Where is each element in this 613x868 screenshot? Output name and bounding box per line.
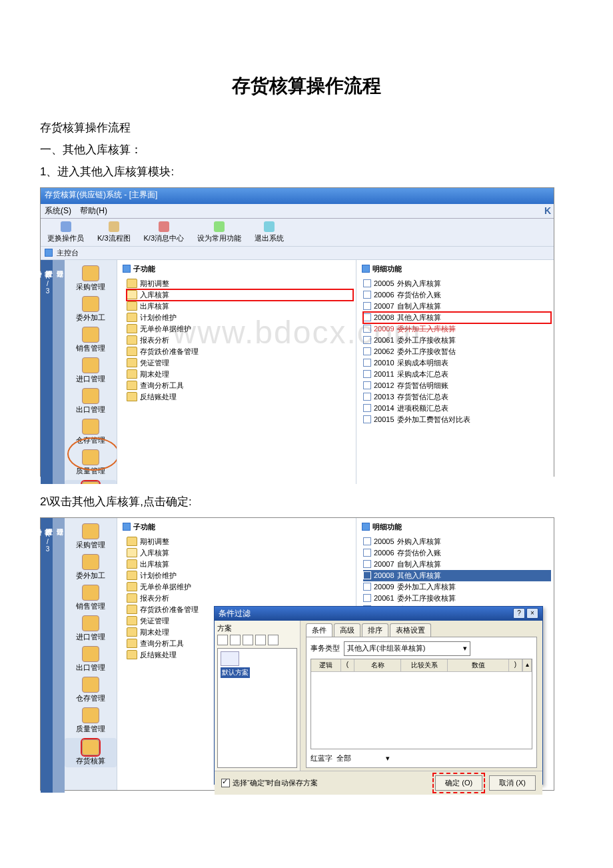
tree-node[interactable]: 入库核算: [127, 289, 353, 301]
sidebar-item[interactable]: 销售管理: [65, 327, 117, 353]
sidebar-item[interactable]: 存货核算: [65, 738, 117, 767]
vtab-item[interactable]: 进出管理: [0, 263, 1, 484]
tree-node[interactable]: 查询分析工具: [127, 380, 353, 391]
sidebar-item[interactable]: 出口管理: [65, 646, 117, 673]
detail-item[interactable]: 20014进项税额汇总表: [363, 403, 551, 414]
detail-item[interactable]: 20061委外工序接收核算: [363, 335, 551, 346]
tree-node[interactable]: 出库核算: [127, 301, 353, 312]
tree-node[interactable]: 存货跌价准备管理: [127, 346, 353, 357]
detail-item[interactable]: 20011采购成本汇总表: [363, 369, 551, 380]
plan-toolbar-icon[interactable]: [230, 635, 241, 645]
sidebar-item-label: 质量管理: [65, 466, 117, 476]
detail-item[interactable]: 20006存货估价入账: [363, 547, 551, 559]
redblue-select[interactable]: 全部▾: [336, 753, 390, 763]
menu-system[interactable]: 系统(S): [45, 206, 71, 215]
sidebar-item[interactable]: 采购管理: [65, 265, 117, 292]
vtab-item[interactable]: 企业绩效: [1, 521, 11, 793]
sidebar-item[interactable]: 质量管理: [65, 449, 117, 476]
plan-toolbar-icon[interactable]: [255, 635, 266, 645]
module-icon: [82, 388, 99, 404]
vtab-item[interactable]: 生产管理: [43, 521, 54, 793]
plan-toolbar-icon[interactable]: [243, 635, 253, 645]
sidebar-item[interactable]: 仓存管理: [65, 419, 117, 445]
vtab-item[interactable]: 计划管理: [54, 263, 65, 484]
tree-node[interactable]: 入库核算: [127, 547, 353, 559]
folder-icon: [127, 650, 137, 659]
plan-default[interactable]: 默认方案: [221, 667, 250, 678]
sidebar-item[interactable]: 质量管理: [65, 707, 117, 734]
detail-item[interactable]: 20062委外工序接收暂估: [363, 346, 551, 357]
vtab-item[interactable]: 生产管理: [43, 263, 54, 484]
item-icon: [363, 336, 371, 344]
cancel-button[interactable]: 取消 (X): [489, 775, 536, 791]
tree-node[interactable]: 期末处理: [127, 369, 353, 380]
detail-item[interactable]: 20009委外加工入库核算: [363, 581, 551, 593]
dlg-tab-sort[interactable]: 排序: [362, 623, 388, 637]
detail-item[interactable]: 20012存货暂估明细账: [363, 380, 551, 391]
vtab-item[interactable]: 企业绩效: [1, 263, 11, 484]
tree-node[interactable]: 凭证管理: [127, 357, 353, 369]
detail-item[interactable]: 20007自制入库核算: [363, 301, 551, 312]
tree-node[interactable]: 反结账处理: [127, 391, 353, 403]
toolbar-exit[interactable]: 退出系统: [252, 221, 287, 243]
vtab-item[interactable]: 计划管理: [54, 521, 65, 793]
sidebar-item[interactable]: 存货核算: [65, 480, 117, 484]
tree-node[interactable]: 期初调整: [127, 278, 353, 289]
vtab-item[interactable]: 人力资源: [22, 521, 33, 793]
tree-node[interactable]: 出库核算: [127, 559, 353, 570]
detail-item[interactable]: 20013存货暂估汇总表: [363, 391, 551, 403]
toolbar-set-fav[interactable]: 设为常用功能: [195, 221, 244, 243]
tree-node[interactable]: 报表分析: [127, 593, 353, 604]
dlg-tab-conditions[interactable]: 条件: [306, 623, 332, 637]
tree-node[interactable]: 无单价单据维护: [127, 581, 353, 593]
vtab-item[interactable]: 管理会计: [11, 521, 22, 793]
tree-node[interactable]: 无单价单据维护: [127, 323, 353, 335]
sidebar-item[interactable]: 进口管理: [65, 357, 117, 384]
sidebar-item[interactable]: 委外加工: [65, 554, 117, 581]
left-vtab-2[interactable]: 计划管理生产管理财务会计人力资源管理会计企业绩效进出管理移动商务供应链系统设置成…: [53, 518, 65, 793]
workbench-tab[interactable]: 主控台: [57, 248, 79, 258]
sidebar-item[interactable]: 仓存管理: [65, 677, 117, 703]
tree-node[interactable]: 报表分析: [127, 335, 353, 346]
toolbar-k3-msg[interactable]: K/3消息中心: [141, 221, 187, 243]
detail-item[interactable]: 20005外购入库核算: [363, 536, 551, 547]
toolbar-k3-flow[interactable]: K/3流程图: [95, 221, 133, 243]
sidebar-item[interactable]: 进口管理: [65, 615, 117, 642]
tree-node[interactable]: 计划价维护: [127, 312, 353, 323]
condition-grid[interactable]: 逻辑 ( 名称 比较关系 数值 ) ▴: [310, 659, 532, 749]
dlg-tab-grid[interactable]: 表格设置: [390, 623, 431, 637]
detail-item[interactable]: 20007自制入库核算: [363, 559, 551, 570]
dlg-tab-advanced[interactable]: 高级: [334, 623, 360, 637]
vtab-item[interactable]: 财务会计: [33, 263, 43, 484]
detail-item[interactable]: 20010采购成本明细表: [363, 357, 551, 369]
vtab-item[interactable]: 管理会计: [11, 263, 22, 484]
dialog-close-button[interactable]: ×: [526, 608, 538, 619]
plan-toolbar-icon[interactable]: [268, 635, 279, 645]
sidebar-item[interactable]: 销售管理: [65, 585, 117, 611]
vtab-item[interactable]: 财务会计: [33, 521, 43, 793]
vtab-item[interactable]: 人力资源: [22, 263, 33, 484]
ok-button[interactable]: 确定 (O): [435, 775, 482, 791]
detail-item[interactable]: 20008其他入库核算: [363, 570, 551, 581]
detail-item-label: 委外加工入库核算: [397, 582, 456, 592]
tree-node[interactable]: 计划价维护: [127, 570, 353, 581]
detail-item[interactable]: 20061委外工序接收核算: [363, 593, 551, 604]
menu-help[interactable]: 帮助(H): [80, 206, 107, 215]
tree-node[interactable]: 期初调整: [127, 536, 353, 547]
sidebar-item[interactable]: 采购管理: [65, 523, 117, 550]
detail-item[interactable]: 20015委外加工费暂估对比表: [363, 414, 551, 425]
detail-item[interactable]: 20008其他入库核算: [363, 312, 551, 323]
vtab-item[interactable]: 进出管理: [0, 521, 1, 793]
plan-toolbar-icon[interactable]: [217, 635, 228, 645]
detail-item[interactable]: 20006存货估价入账: [363, 289, 551, 301]
sidebar-item[interactable]: 出口管理: [65, 388, 117, 415]
detail-item[interactable]: 20009委外加工入库核算: [363, 323, 551, 335]
autosave-checkbox[interactable]: 选择“确定”时自动保存方案: [221, 778, 318, 788]
dialog-help-button[interactable]: ?: [513, 608, 525, 619]
biz-type-select[interactable]: 其他入库(非组装单核算)▾: [344, 641, 470, 656]
sidebar-item[interactable]: 委外加工: [65, 296, 117, 323]
detail-item[interactable]: 20005外购入库核算: [363, 278, 551, 289]
left-vtab-2[interactable]: 计划管理生产管理财务会计人力资源管理会计企业绩效进出管理移动商务供应链系统设置成…: [53, 260, 65, 484]
grid-scroll-up[interactable]: ▴: [522, 659, 532, 672]
toolbar-switch-operator[interactable]: 更换操作员: [45, 221, 87, 243]
